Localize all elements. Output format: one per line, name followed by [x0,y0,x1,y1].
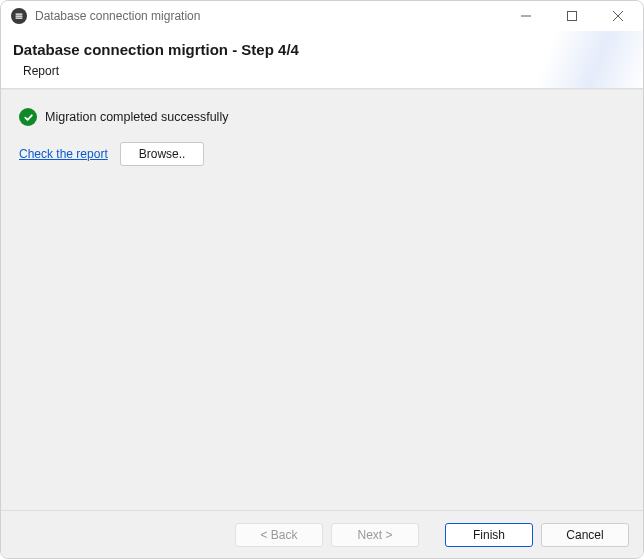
window-controls [503,1,641,31]
status-message: Migration completed successfully [45,110,228,124]
cancel-button[interactable]: Cancel [541,523,629,547]
minimize-button[interactable] [503,1,549,31]
svg-rect-1 [568,12,577,21]
page-title: Database connection migrtion - Step 4/4 [13,41,631,58]
wizard-header: Database connection migrtion - Step 4/4 … [1,31,643,89]
page-subtitle: Report [13,64,631,78]
report-actions: Check the report Browse.. [19,142,625,166]
maximize-button[interactable] [549,1,595,31]
back-button[interactable]: < Back [235,523,323,547]
titlebar: Database connection migration [1,1,643,31]
wizard-footer: < Back Next > Finish Cancel [1,510,643,558]
check-report-link[interactable]: Check the report [19,147,108,161]
close-button[interactable] [595,1,641,31]
finish-button[interactable]: Finish [445,523,533,547]
app-icon [11,8,27,24]
success-icon [19,108,37,126]
window-title: Database connection migration [35,9,503,23]
next-button[interactable]: Next > [331,523,419,547]
browse-button[interactable]: Browse.. [120,142,205,166]
status-row: Migration completed successfully [19,108,625,126]
content-area: Migration completed successfully Check t… [1,89,643,510]
